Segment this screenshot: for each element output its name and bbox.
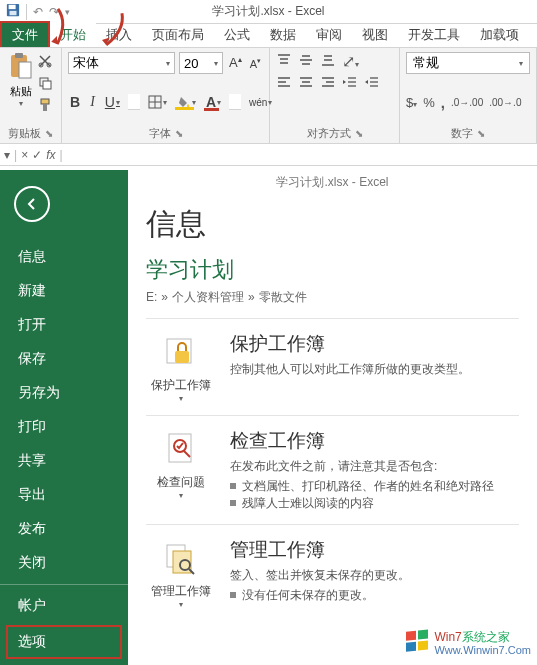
paste-dropdown-icon[interactable]: ▾	[6, 99, 36, 108]
svg-rect-4	[15, 53, 23, 58]
align-right-icon[interactable]	[320, 75, 336, 93]
svg-rect-1	[9, 4, 16, 8]
watermark: Win7系统之家 Www.Winwin7.Com	[404, 628, 531, 659]
font-color-button[interactable]: A▾	[204, 94, 223, 110]
document-path: E:»个人资料管理»零散文件	[146, 289, 519, 306]
sidebar-item-export[interactable]: 导出	[0, 478, 128, 512]
windows-logo-icon	[404, 628, 432, 659]
window-title: 学习计划.xlsx - Excel	[212, 3, 324, 20]
svg-rect-11	[43, 104, 47, 111]
tab-developer[interactable]: 开发工具	[398, 23, 470, 47]
back-button[interactable]	[14, 186, 50, 222]
tab-formulas[interactable]: 公式	[214, 23, 260, 47]
inspect-description: 在发布此文件之前，请注意其是否包含:	[230, 458, 494, 475]
comma-format-icon[interactable]: ,	[441, 94, 445, 111]
sidebar-item-new[interactable]: 新建	[0, 274, 128, 308]
copy-icon[interactable]	[38, 76, 52, 94]
tab-home[interactable]: 开始	[50, 23, 96, 47]
svg-rect-50	[406, 642, 416, 652]
dialog-launcher-icon[interactable]: ⬊	[355, 128, 363, 139]
align-center-icon[interactable]	[298, 75, 314, 93]
qat-dropdown-icon[interactable]: ▾	[65, 7, 70, 17]
group-number: 常规▾ $▾ % , .0→.00 .00→.0 数字⬊	[400, 48, 537, 143]
align-left-icon[interactable]	[276, 75, 292, 93]
backstage-view: 信息 新建 打开 保存 另存为 打印 共享 导出 发布 关闭 帐户 选项 学习计…	[0, 170, 537, 665]
sidebar-item-info[interactable]: 信息	[0, 240, 128, 274]
paste-label: 粘贴	[6, 84, 36, 99]
decrease-decimal-icon[interactable]: .00→.0	[489, 97, 521, 108]
sidebar-item-account[interactable]: 帐户	[0, 589, 128, 623]
increase-decimal-icon[interactable]: .0→.00	[451, 97, 483, 108]
paste-button[interactable]: 粘贴 ▾	[6, 52, 36, 116]
italic-button[interactable]: I	[88, 94, 97, 110]
svg-rect-2	[10, 10, 17, 14]
sidebar-item-share[interactable]: 共享	[0, 444, 128, 478]
inspect-bullet-1: 文档属性、打印机路径、作者的姓名和绝对路径	[242, 478, 494, 495]
align-bottom-icon[interactable]	[320, 53, 336, 71]
align-top-icon[interactable]	[276, 53, 292, 71]
sidebar-item-save[interactable]: 保存	[0, 342, 128, 376]
sidebar-item-close[interactable]: 关闭	[0, 546, 128, 580]
formula-bar[interactable]: ▾|×✓fx|	[0, 144, 537, 166]
cut-icon[interactable]	[38, 54, 52, 72]
sidebar-item-open[interactable]: 打开	[0, 308, 128, 342]
dialog-launcher-icon[interactable]: ⬊	[45, 128, 53, 139]
svg-rect-10	[41, 99, 49, 104]
tab-addins[interactable]: 加载项	[470, 23, 529, 47]
svg-rect-51	[418, 640, 428, 650]
redo-icon[interactable]: ↷	[49, 5, 59, 19]
manage-title: 管理工作簿	[230, 537, 410, 563]
inspect-title: 检查工作簿	[230, 428, 494, 454]
group-alignment: ⤢▾ 对齐方式⬊	[270, 48, 400, 143]
decrease-indent-icon[interactable]	[342, 75, 358, 93]
tab-data[interactable]: 数据	[260, 23, 306, 47]
align-middle-icon[interactable]	[298, 53, 314, 71]
manage-button[interactable]: 管理工作簿 ▾	[146, 537, 216, 609]
dialog-launcher-icon[interactable]: ⬊	[175, 128, 183, 139]
tab-review[interactable]: 审阅	[306, 23, 352, 47]
backstage-sidebar: 信息 新建 打开 保存 另存为 打印 共享 导出 发布 关闭 帐户 选项	[0, 170, 128, 665]
save-icon[interactable]	[6, 3, 20, 21]
inspect-button[interactable]: 检查问题 ▾	[146, 428, 216, 512]
backstage-window-title: 学习计划.xlsx - Excel	[276, 174, 388, 191]
sidebar-item-options[interactable]: 选项	[6, 625, 122, 659]
sidebar-item-publish[interactable]: 发布	[0, 512, 128, 546]
number-group-label: 数字	[451, 126, 473, 141]
page-title: 信息	[146, 204, 519, 245]
manage-description: 签入、签出并恢复未保存的更改。	[230, 567, 410, 584]
font-name-select[interactable]: 宋体▾	[68, 52, 175, 74]
border-button[interactable]: ▾	[146, 95, 169, 109]
decrease-font-icon[interactable]: A▾	[248, 57, 263, 70]
increase-font-icon[interactable]: A▴	[227, 55, 244, 70]
ribbon: 粘贴 ▾ 剪贴板⬊ 宋体▾ 20▾ A▴ A▾ B I U▾ ▾ ▾ A▾	[0, 48, 537, 144]
fill-color-button[interactable]: ▾	[175, 95, 198, 109]
number-format-select[interactable]: 常规▾	[406, 52, 530, 74]
protect-workbook-button[interactable]: 保护工作簿 ▾	[146, 331, 216, 403]
manage-bullet-1: 没有任何未保存的更改。	[242, 587, 374, 604]
font-size-select[interactable]: 20▾	[179, 52, 223, 74]
increase-indent-icon[interactable]	[364, 75, 380, 93]
font-group-label: 字体	[149, 126, 171, 141]
dialog-launcher-icon[interactable]: ⬊	[477, 128, 485, 139]
tab-file[interactable]: 文件	[0, 21, 50, 47]
svg-rect-9	[43, 81, 51, 89]
protect-description: 控制其他人可以对此工作簿所做的更改类型。	[230, 361, 470, 378]
svg-rect-49	[418, 629, 428, 639]
svg-rect-5	[19, 62, 31, 78]
undo-icon[interactable]: ↶	[33, 5, 43, 19]
svg-rect-48	[406, 631, 416, 641]
format-painter-icon[interactable]	[38, 98, 52, 116]
ribbon-tabs: 文件 开始 插入 页面布局 公式 数据 审阅 视图 开发工具 加载项	[0, 24, 537, 48]
orientation-icon[interactable]: ⤢▾	[342, 52, 359, 71]
tab-layout[interactable]: 页面布局	[142, 23, 214, 47]
tab-insert[interactable]: 插入	[96, 23, 142, 47]
group-clipboard: 粘贴 ▾ 剪贴板⬊	[0, 48, 62, 143]
accounting-format-icon[interactable]: $▾	[406, 95, 417, 110]
tab-view[interactable]: 视图	[352, 23, 398, 47]
svg-rect-40	[175, 351, 189, 363]
sidebar-item-print[interactable]: 打印	[0, 410, 128, 444]
bold-button[interactable]: B	[68, 94, 82, 110]
percent-format-icon[interactable]: %	[423, 95, 435, 110]
underline-button[interactable]: U▾	[103, 94, 122, 110]
sidebar-item-saveas[interactable]: 另存为	[0, 376, 128, 410]
